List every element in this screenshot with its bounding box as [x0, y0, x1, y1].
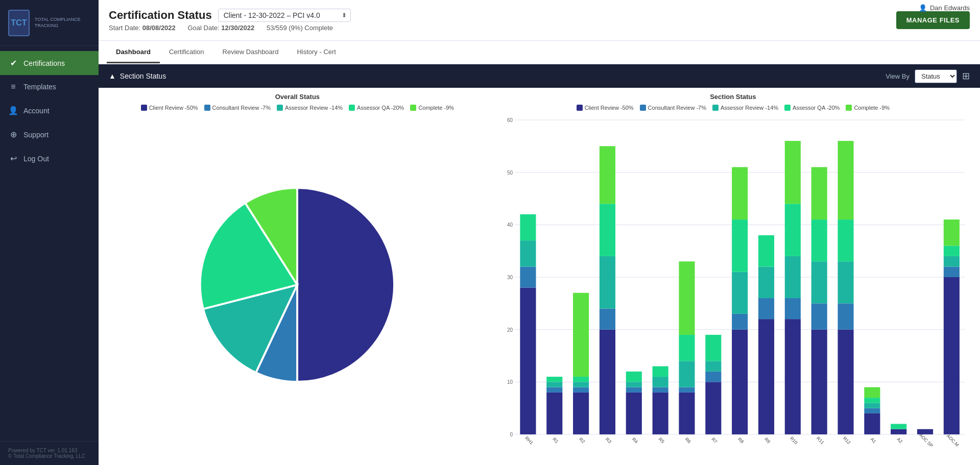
- sidebar-item-logout[interactable]: ↩ Log Out: [0, 146, 99, 170]
- collapse-icon[interactable]: ▲: [109, 72, 116, 80]
- legend-assessor-qa: Assessor QA -20%: [349, 105, 404, 111]
- tab-review-dashboard[interactable]: Review Dashboard: [213, 42, 288, 63]
- sidebar-item-templates-label: Templates: [23, 83, 56, 91]
- svg-rect-99: [944, 256, 960, 267]
- section-status-panel: Section Status Client Review -50% Consul…: [496, 93, 970, 455]
- view-by-select[interactable]: Status Count Percent: [915, 69, 957, 83]
- svg-text:R2: R2: [578, 436, 586, 444]
- sidebar-item-certifications-label: Certifications: [23, 59, 65, 67]
- svg-rect-34: [600, 146, 615, 204]
- sidebar-item-support-label: Support: [23, 131, 49, 139]
- svg-text:A1: A1: [869, 436, 877, 444]
- start-date-label: Start Date: 08/08/2022: [109, 24, 176, 32]
- sidebar-item-account[interactable]: 👤 Account: [0, 99, 99, 123]
- header-left: Certification Status Client - 12-30-2022…: [109, 9, 351, 32]
- account-icon: 👤: [8, 106, 18, 115]
- grid-icon[interactable]: ⊞: [962, 70, 970, 82]
- overall-chart-legend: Client Review -50% Consultant Review -7%…: [109, 105, 486, 111]
- svg-rect-82: [838, 261, 853, 303]
- legend-complete: Complete -9%: [410, 105, 454, 111]
- section-legend-label-complete: Complete -9%: [854, 105, 890, 111]
- svg-text:A2: A2: [896, 436, 903, 444]
- svg-text:60: 60: [507, 117, 513, 123]
- svg-rect-36: [626, 393, 641, 434]
- user-info: 👤 Dan Edwards: [919, 4, 970, 12]
- pie-chart-container: [109, 115, 486, 455]
- svg-text:30: 30: [507, 275, 513, 280]
- svg-rect-77: [811, 219, 827, 261]
- section-legend-label-assessor-qa: Assessor QA -20%: [793, 105, 840, 111]
- legend-client-review: Client Review -50%: [141, 105, 198, 111]
- logo-text: TOTAL COMPLIANCE TRACKING: [35, 17, 90, 29]
- svg-text:20: 20: [507, 327, 513, 333]
- legend-label-assessor-review: Assessor Review -14%: [285, 105, 343, 111]
- svg-rect-54: [705, 361, 721, 372]
- section-legend-label-assessor-review: Assessor Review -14%: [721, 105, 778, 111]
- svg-rect-98: [944, 266, 960, 277]
- section-status-bar: ▲ Section Status View By Status Count Pe…: [99, 64, 980, 88]
- svg-rect-55: [705, 335, 721, 361]
- svg-rect-75: [811, 303, 827, 329]
- section-legend-dot-client: [577, 105, 583, 111]
- section-legend-dot-complete: [846, 105, 852, 111]
- header-title-row: Certification Status Client - 12-30-2022…: [109, 9, 351, 22]
- svg-rect-97: [944, 277, 960, 434]
- page-header: Certification Status Client - 12-30-2022…: [99, 0, 980, 41]
- svg-rect-59: [732, 272, 748, 314]
- section-bar-left: ▲ Section Status: [109, 72, 166, 80]
- svg-rect-47: [679, 387, 695, 393]
- legend-dot-assessor-review: [277, 105, 283, 111]
- svg-rect-38: [626, 382, 641, 387]
- svg-text:10: 10: [507, 379, 513, 385]
- legend-dot-assessor-qa: [349, 105, 355, 111]
- svg-rect-80: [838, 330, 853, 434]
- svg-rect-87: [864, 408, 880, 413]
- section-legend-dot-assessor-qa: [784, 105, 791, 111]
- certifications-icon: ✔: [8, 58, 18, 68]
- svg-text:R6: R6: [684, 436, 691, 444]
- svg-rect-37: [626, 387, 641, 393]
- support-icon: ⊕: [8, 130, 18, 139]
- goal-date-label: Goal Date: 12/30/2022: [187, 24, 254, 32]
- overall-chart-title: Overall Status: [109, 93, 486, 101]
- svg-rect-90: [864, 387, 880, 398]
- section-chart-title: Section Status: [496, 93, 970, 101]
- tab-dashboard[interactable]: Dashboard: [107, 42, 160, 63]
- progress-text: 53/559 (9%) Complete: [267, 24, 333, 32]
- svg-rect-63: [758, 319, 774, 434]
- sidebar-footer: Powered by TCT ver. 1.01.163 © Total Com…: [0, 441, 99, 465]
- svg-text:R8: R8: [737, 436, 745, 444]
- overall-status-panel: Overall Status Client Review -50% Consul…: [109, 93, 486, 455]
- tab-certification[interactable]: Certification: [160, 42, 213, 63]
- svg-rect-24: [573, 393, 589, 434]
- section-bar-right: View By Status Count Percent ⊞: [886, 69, 970, 83]
- legend-consultant: Consultant Review -7%: [204, 105, 271, 111]
- svg-rect-31: [600, 309, 615, 330]
- sidebar-item-templates[interactable]: ≡ Templates: [0, 75, 99, 99]
- svg-text:R5: R5: [657, 436, 665, 444]
- tabs-bar: Dashboard Certification Review Dashboard…: [99, 41, 980, 64]
- svg-rect-41: [652, 393, 668, 434]
- sidebar-item-certifications[interactable]: ✔ Certifications: [0, 51, 99, 75]
- section-legend-dot-assessor-review: [712, 105, 719, 111]
- svg-rect-14: [520, 288, 536, 434]
- section-legend-assessor-qa: Assessor QA -20%: [784, 105, 840, 111]
- cert-selector[interactable]: Client - 12-30-2022 – PCI v4.0: [218, 9, 351, 22]
- cert-selector-wrapper: Client - 12-30-2022 – PCI v4.0: [218, 9, 351, 22]
- svg-text:R11: R11: [816, 436, 825, 446]
- sidebar-item-support[interactable]: ⊕ Support: [0, 123, 99, 146]
- svg-rect-15: [520, 266, 536, 287]
- svg-rect-58: [732, 314, 748, 330]
- svg-rect-50: [679, 261, 695, 335]
- tab-history-cert[interactable]: History - Cert: [288, 42, 345, 63]
- svg-text:RH1: RH1: [524, 435, 534, 446]
- svg-rect-66: [758, 235, 774, 267]
- svg-rect-64: [758, 298, 774, 319]
- legend-dot-complete: [410, 105, 416, 111]
- legend-label-assessor-qa: Assessor QA -20%: [357, 105, 404, 111]
- svg-text:R9: R9: [763, 436, 771, 444]
- manage-files-button[interactable]: MANAGE FILES: [896, 11, 970, 29]
- header-meta: Start Date: 08/08/2022 Goal Date: 12/30/…: [109, 24, 351, 32]
- logout-icon: ↩: [8, 154, 18, 163]
- svg-rect-70: [784, 256, 800, 298]
